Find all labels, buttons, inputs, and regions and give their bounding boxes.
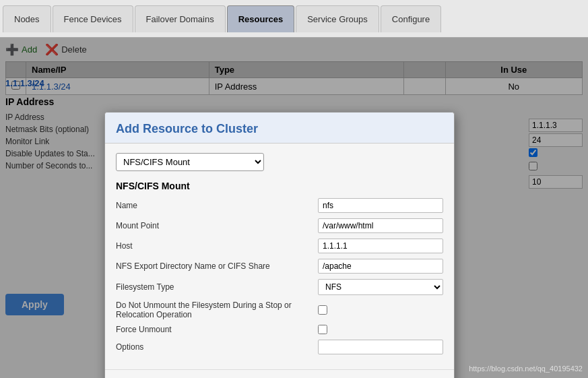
modal-title: Add Resource to Cluster bbox=[116, 122, 443, 136]
form-row-host: Host bbox=[116, 239, 443, 253]
label-mount: Mount Point bbox=[116, 221, 318, 230]
tab-fence-devices[interactable]: Fence Devices bbox=[53, 5, 133, 32]
main-content: ➕ Add ❌ Delete Name/IP Type In Use 1.1.1… bbox=[0, 38, 588, 378]
checkbox-nounmount[interactable] bbox=[318, 305, 327, 315]
modal-header: Add Resource to Cluster bbox=[105, 113, 454, 144]
tab-nodes[interactable]: Nodes bbox=[3, 5, 51, 32]
label-force: Force Unmount bbox=[116, 325, 318, 334]
form-row-export: NFS Export Directory Name or CIFS Share bbox=[116, 259, 443, 274]
form-row-fstype: Filesystem Type NFS CIFS bbox=[116, 279, 443, 295]
input-mount[interactable] bbox=[318, 218, 443, 233]
input-options[interactable] bbox=[318, 340, 443, 354]
watermark: https://blog.csdn.net/qq_40195432 bbox=[469, 365, 583, 373]
input-export[interactable] bbox=[318, 259, 443, 274]
label-options: Options bbox=[116, 342, 318, 352]
resource-type-select[interactable]: NFS/CIFS Mount IP Address Script Samba A… bbox=[116, 153, 264, 171]
tab-configure[interactable]: Configure bbox=[381, 5, 441, 32]
form-section-title: NFS/CIFS Mount bbox=[116, 181, 443, 191]
form-row-force: Force Unmount bbox=[116, 325, 443, 334]
modal-dialog: Add Resource to Cluster NFS/CIFS Mount I… bbox=[104, 112, 455, 378]
checkbox-force[interactable] bbox=[318, 325, 327, 334]
input-name[interactable] bbox=[318, 198, 443, 213]
label-name: Name bbox=[116, 201, 318, 210]
label-export: NFS Export Directory Name or CIFS Share bbox=[116, 261, 318, 271]
select-fstype[interactable]: NFS CIFS bbox=[318, 279, 443, 295]
label-host: Host bbox=[116, 241, 318, 251]
label-fstype: Filesystem Type bbox=[116, 282, 318, 292]
tab-service-groups[interactable]: Service Groups bbox=[296, 5, 379, 32]
modal-body: NFS/CIFS Mount IP Address Script Samba A… bbox=[105, 144, 454, 369]
input-host[interactable] bbox=[318, 239, 443, 253]
tab-resources[interactable]: Resources bbox=[227, 5, 294, 32]
tab-failover-domains[interactable]: Failover Domains bbox=[135, 5, 226, 32]
form-row-name: Name bbox=[116, 198, 443, 213]
form-row-nounmount: Do Not Unmount the Filesystem During a S… bbox=[116, 301, 443, 319]
form-row-options: Options bbox=[116, 340, 443, 354]
modal-footer: Submit Cancel bbox=[105, 369, 454, 378]
form-row-mount: Mount Point bbox=[116, 218, 443, 233]
top-nav: Nodes Fence Devices Failover Domains Res… bbox=[0, 0, 588, 38]
label-nounmount: Do Not Unmount the Filesystem During a S… bbox=[116, 301, 318, 319]
